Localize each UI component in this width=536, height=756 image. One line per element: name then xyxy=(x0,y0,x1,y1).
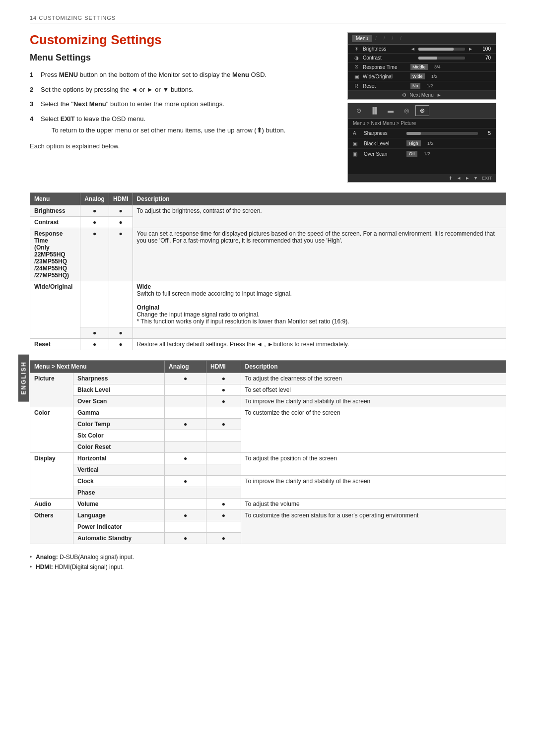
cell-analog-clock: ● xyxy=(165,476,206,487)
section-title: Menu Settings xyxy=(30,53,333,63)
cell-hdmi-clock xyxy=(206,476,241,487)
cell-analog-volume xyxy=(165,499,206,510)
cell-hdmi-phase xyxy=(206,487,241,499)
osd2-icon-picture: ⊛ xyxy=(415,105,429,116)
cell-analog-vertical xyxy=(165,464,206,476)
osd1-nextmenu-label: Next Menu xyxy=(409,92,433,98)
osd1-row-brightness: ☀ Brightness ◄ ► 100 xyxy=(348,45,496,54)
table-row: Response Time(Only22MP55HQ/23MP55HQ/24MP… xyxy=(30,228,506,281)
cell-hdmi-autostandby: ● xyxy=(206,533,241,544)
cell-analog-sharpness: ● xyxy=(165,373,206,384)
cell-menu-wide: Wide/Original xyxy=(30,281,80,339)
left-content: Customizing Settings Menu Settings 1 Pre… xyxy=(30,32,333,150)
cell-desc-blacklevel: To set offset level xyxy=(241,384,506,396)
cell-analog-brightness: ● xyxy=(80,205,109,217)
responsetime-icon: ⧖ xyxy=(353,64,360,70)
cell-desc-overscan: To improve the clarity and stability of … xyxy=(241,396,506,407)
osd1-tag-responsetime: Middle xyxy=(410,64,428,70)
cell-analog-wide-dot: ● xyxy=(80,327,109,339)
osd2-bar-fill-sharpness xyxy=(406,132,421,135)
osd2-breadcrumb: Menu > Next Menu > Picture xyxy=(348,119,496,128)
table-row: Display Horizontal ● To adjust the posit… xyxy=(30,453,506,464)
footnotes: Analog: D-SUB(Analog signal) input. HDMI… xyxy=(30,552,506,572)
osd2-row-blacklevel: ▣ Black Level High 1/2 xyxy=(348,138,496,149)
osd1-label-wide: Wide/Original xyxy=(363,74,407,79)
main-layout: Customizing Settings Menu Settings 1 Pre… xyxy=(30,32,506,183)
cell-cat-color: Color xyxy=(30,407,73,453)
step-4-subnote: To return to the upper menu or set other… xyxy=(52,126,333,135)
table1-section: Menu Analog HDMI Description Brightness … xyxy=(30,192,506,350)
osd1-tag-wide: Wide xyxy=(410,73,425,79)
osd2-val-sharpness: 5 xyxy=(481,130,491,136)
osd1-bar-fill-contrast xyxy=(418,57,437,60)
cell-hdmi-blacklevel: ● xyxy=(206,384,241,396)
cell-desc-sharpness: To adjust the clearness of the screen xyxy=(241,373,506,384)
osd2-footer: ⬆ ◄ ► ▼ EXIT xyxy=(348,174,496,182)
cell-analog-powerindicator xyxy=(165,521,206,533)
table2-header-desc: Description xyxy=(241,361,506,373)
cell-hdmi-wide-empty xyxy=(109,281,133,327)
table-row: Clock ● To improve the clarity and stabi… xyxy=(30,476,506,487)
cell-sub-autostandby: Automatic Standby xyxy=(73,533,164,544)
osd1-tag-reset: No xyxy=(410,83,420,89)
osd2-fraction-overscan: 1/2 xyxy=(420,151,430,156)
cell-sub-blacklevel: Black Level xyxy=(73,384,164,396)
footnote-hdmi: HDMI: HDMI(Digital signal) input. xyxy=(30,562,506,572)
contrast-icon: ◑ xyxy=(353,55,360,61)
table-row: Picture Sharpness ● ● To adjust the clea… xyxy=(30,373,506,384)
osd2-icon-display: ▐▌ xyxy=(368,105,382,116)
cell-hdmi-volume: ● xyxy=(206,499,241,510)
reset-icon: R xyxy=(353,83,360,89)
osd2-icon-brightness: ⊙ xyxy=(352,105,366,116)
cell-analog-reset: ● xyxy=(80,339,109,350)
footer-right-icon: ► xyxy=(465,176,469,181)
cell-desc-responsetime: You can set a response time for displaye… xyxy=(133,228,506,281)
cell-sub-powerindicator: Power Indicator xyxy=(73,521,164,533)
osd1-fraction-wide: 1/2 xyxy=(428,74,438,79)
cell-sub-horizontal: Horizontal xyxy=(73,453,164,464)
osd1-tab: Menu xyxy=(352,35,372,42)
footer-up-icon: ⬆ xyxy=(449,176,453,181)
table1-header-analog: Analog xyxy=(80,193,109,205)
cell-cat-audio: Audio xyxy=(30,499,73,510)
cell-hdmi-vertical xyxy=(206,464,241,476)
step-3: 3 Select the "Next Menu" button to enter… xyxy=(30,99,333,109)
cell-desc-brightness: To adjust the brightness, contrast of th… xyxy=(133,205,506,228)
cell-desc-color: To customize the color of the screen xyxy=(241,407,506,453)
cell-hdmi-overscan: ● xyxy=(206,396,241,407)
cell-hdmi-sixcolor xyxy=(206,430,241,441)
osd1-fraction-responsetime: 3/4 xyxy=(431,64,441,69)
cell-desc-wide-dot xyxy=(133,327,506,339)
osd1-row-responsetime: ⧖ Response Time Middle 3/4 xyxy=(348,63,496,72)
osd1-label-brightness: Brightness xyxy=(363,46,407,52)
osd1-menu-bar: Menu / / / / xyxy=(348,33,496,45)
osd1-arrow-right-brightness: ► xyxy=(468,46,473,52)
osd1-val-brightness: 100 xyxy=(476,46,491,52)
table2-header-analog: Analog xyxy=(165,361,206,373)
cell-sub-gamma: Gamma xyxy=(73,407,164,419)
osd1-arrow-left-brightness: ◄ xyxy=(410,46,415,52)
table-row: Black Level ● To set offset level xyxy=(30,384,506,396)
osd2-fraction-blacklevel: 1/2 xyxy=(424,141,434,146)
step-text-2: Set the options by pressing the ◄ or ► o… xyxy=(41,85,333,95)
cell-hdmi-colorreset xyxy=(206,441,241,453)
settings-icon: ⚙ xyxy=(402,92,406,98)
page-header: 14 CUSTOMIZING SETTINGS xyxy=(30,15,506,23)
cell-analog-contrast: ● xyxy=(80,217,109,228)
cell-sub-colortemp: Color Temp xyxy=(73,419,164,430)
table2: Menu > Next Menu Analog HDMI Description… xyxy=(30,360,506,544)
step-2: 2 Set the options by pressing the ◄ or ►… xyxy=(30,85,333,95)
table-row: Audio Volume ● To adjust the volume xyxy=(30,499,506,510)
osd1-val-contrast: 70 xyxy=(476,55,491,61)
table-row: Brightness ● ● To adjust the brightness,… xyxy=(30,205,506,217)
cell-sub-volume: Volume xyxy=(73,499,164,510)
cell-analog-colorreset xyxy=(165,441,206,453)
step-text-4: Select EXIT to leave the OSD menu. To re… xyxy=(41,114,333,135)
cell-menu-brightness: Brightness xyxy=(30,205,80,217)
cell-sub-colorreset: Color Reset xyxy=(73,441,164,453)
cell-sub-vertical: Vertical xyxy=(73,464,164,476)
cell-cat-picture: Picture xyxy=(30,373,73,407)
cell-cat-display: Display xyxy=(30,453,73,499)
cell-desc-others: To customize the screen status for a use… xyxy=(241,510,506,544)
cell-hdmi-responsetime: ● xyxy=(109,228,133,281)
